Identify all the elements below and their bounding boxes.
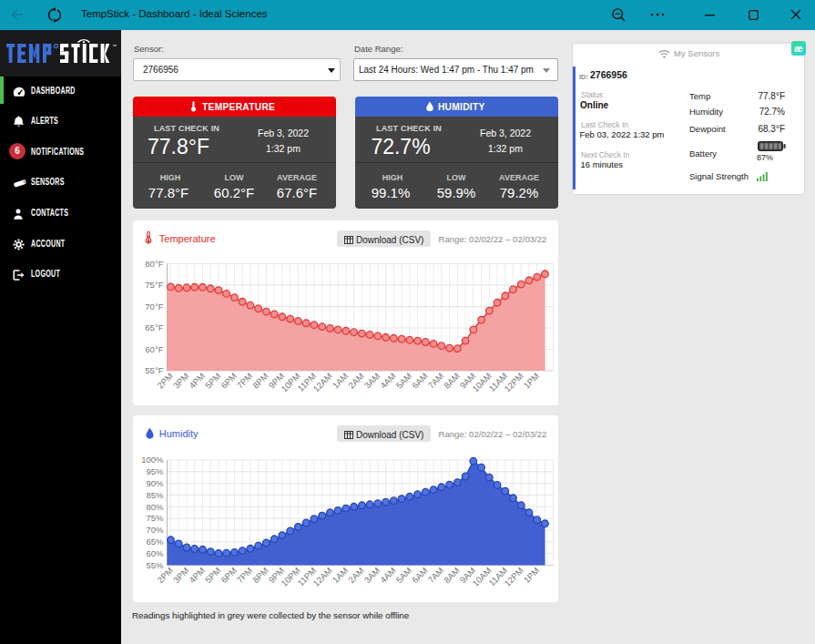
svg-text:6PM: 6PM <box>219 566 239 586</box>
svg-text:3PM: 3PM <box>171 371 191 391</box>
svg-text:85%: 85% <box>146 490 164 500</box>
svg-text:8PM: 8PM <box>250 371 270 391</box>
svg-text:3AM: 3AM <box>362 371 382 391</box>
svg-text:60%: 60% <box>146 548 164 558</box>
svg-text:6AM: 6AM <box>410 371 430 391</box>
svg-text:4AM: 4AM <box>378 566 398 586</box>
svg-text:75°F: 75°F <box>145 280 163 290</box>
svg-text:80°F: 80°F <box>145 259 163 269</box>
svg-text:5PM: 5PM <box>203 371 223 391</box>
svg-text:6PM: 6PM <box>219 371 239 391</box>
svg-text:1AM: 1AM <box>331 566 351 586</box>
svg-text:5AM: 5AM <box>394 371 414 391</box>
svg-text:55°F: 55°F <box>145 365 163 375</box>
svg-text:75%: 75% <box>146 513 164 523</box>
svg-text:2AM: 2AM <box>346 371 366 391</box>
svg-text:55%: 55% <box>146 560 164 570</box>
svg-text:1PM: 1PM <box>522 566 542 586</box>
svg-text:5AM: 5AM <box>394 566 414 586</box>
svg-text:4AM: 4AM <box>378 371 398 391</box>
svg-text:4PM: 4PM <box>187 371 207 391</box>
svg-text:5PM: 5PM <box>203 566 223 586</box>
svg-text:65°F: 65°F <box>145 322 163 332</box>
svg-text:7PM: 7PM <box>235 566 255 586</box>
svg-text:70°F: 70°F <box>145 302 163 312</box>
svg-text:65%: 65% <box>146 537 164 547</box>
svg-text:95%: 95% <box>146 466 164 476</box>
svg-text:6AM: 6AM <box>410 566 430 586</box>
svg-text:100%: 100% <box>141 455 164 465</box>
svg-text:80%: 80% <box>146 502 164 512</box>
svg-text:7AM: 7AM <box>426 566 446 586</box>
svg-text:8AM: 8AM <box>442 371 462 391</box>
svg-text:1PM: 1PM <box>522 371 542 391</box>
svg-text:3AM: 3AM <box>362 566 382 586</box>
svg-text:7PM: 7PM <box>235 371 255 391</box>
svg-text:8PM: 8PM <box>250 566 270 586</box>
svg-text:1AM: 1AM <box>331 371 351 391</box>
svg-text:7AM: 7AM <box>426 371 446 391</box>
svg-text:2AM: 2AM <box>346 566 366 586</box>
svg-text:3PM: 3PM <box>171 566 191 586</box>
svg-text:60°F: 60°F <box>145 344 163 354</box>
svg-text:70%: 70% <box>146 525 164 535</box>
svg-text:8AM: 8AM <box>442 566 462 586</box>
svg-text:4PM: 4PM <box>187 566 207 586</box>
svg-text:90%: 90% <box>146 478 164 488</box>
